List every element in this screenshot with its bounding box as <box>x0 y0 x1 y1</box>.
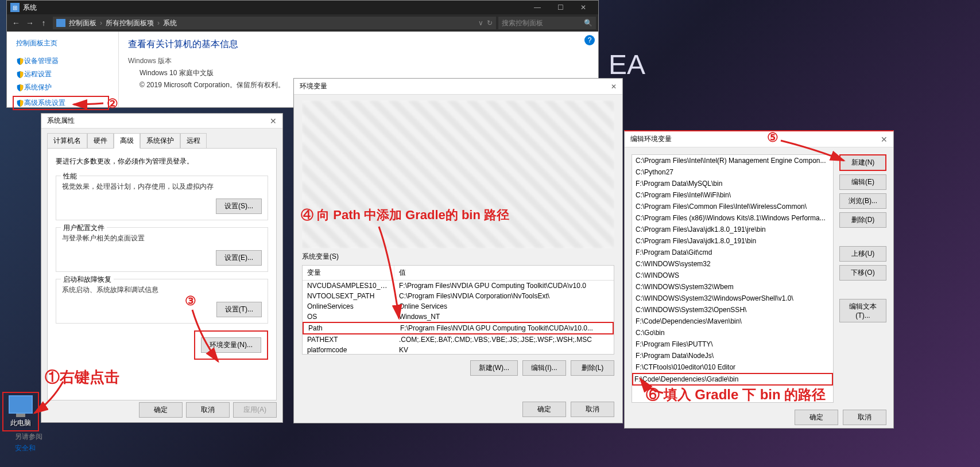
env-delete-button[interactable]: 删除(L) <box>571 360 614 376</box>
path-item-editing-highlight: F:\Code\Dependencies\Gradle\bin <box>632 373 833 386</box>
env-row[interactable]: OSWindows_NT <box>303 312 614 322</box>
env-button-highlight: 环境变量(N)... <box>194 330 268 360</box>
env-hdr-value[interactable]: 值 <box>394 266 614 280</box>
path-item[interactable]: C:\WINDOWS\system32 <box>632 258 833 270</box>
edit-path-list[interactable]: C:\Program Files\Intel\Intel(R) Manageme… <box>632 154 834 403</box>
system-titlebar: ⊞ 系统 — ☐ ✕ <box>7 1 598 14</box>
help-icon[interactable]: ? <box>584 35 595 45</box>
env-edit-button[interactable]: 编辑(I)... <box>522 360 566 376</box>
maximize-button[interactable]: ☐ <box>549 3 572 11</box>
env-user-vars-blurred <box>302 100 614 248</box>
edit-text-button[interactable]: 编辑文本(T)... <box>839 299 886 322</box>
breadcrumb-current[interactable]: 系统 <box>163 18 177 28</box>
path-item[interactable]: C:\Program Files\Common Files\Intel\Wire… <box>632 201 833 212</box>
path-item[interactable]: C:\WINDOWS\System32\Wbem <box>632 281 833 293</box>
background-app-text: EA <box>609 49 645 80</box>
sp-admin-note: 要进行大多数更改，你必须作为管理员登录。 <box>56 157 268 166</box>
path-item[interactable]: F:\Code\Dependencies\Maven\bin\ <box>632 316 833 327</box>
edit-browse-button[interactable]: 浏览(B)... <box>839 193 886 209</box>
back-button[interactable]: ← <box>9 18 23 28</box>
sp-group-desc: 系统启动、系统故障和调试信息 <box>62 285 262 295</box>
sp-apply-button[interactable]: 应用(A) <box>233 402 277 418</box>
path-item[interactable]: F:\CTFtools\010editor\010 Editor <box>632 361 833 373</box>
path-item[interactable]: C:\Program Files\Java\jdk1.8.0_191\bin <box>632 235 833 247</box>
sp-group-desc: 与登录帐户相关的桌面设置 <box>62 234 262 243</box>
sidebar-home[interactable]: 控制面板主页 <box>16 38 109 48</box>
path-item[interactable]: C:\Program Files\Intel\Intel(R) Manageme… <box>632 155 833 166</box>
sidebar-protection[interactable]: 系统保护 <box>16 83 109 92</box>
shield-icon <box>16 57 24 65</box>
edit-cancel-button[interactable]: 取消 <box>843 410 886 425</box>
minimize-button[interactable]: — <box>526 3 549 11</box>
env-row[interactable]: OnlineServicesOnline Services <box>303 301 614 312</box>
address-bar[interactable]: 控制面板 › 所有控制面板项 › 系统 ∨ ↻ <box>53 17 496 29</box>
env-cancel-button[interactable]: 取消 <box>571 402 614 417</box>
env-table-header: 变量 值 <box>303 266 614 281</box>
path-item[interactable]: F:\Program Data\MySQL\bin <box>632 178 833 189</box>
edit-down-button[interactable]: 下移(O) <box>839 265 886 281</box>
path-item[interactable]: F:\Program Files\PUTTY\ <box>632 338 833 350</box>
search-placeholder: 搜索控制面板 <box>502 18 543 28</box>
sp-performance-settings-button[interactable]: 设置(S)... <box>216 199 262 214</box>
close-button[interactable]: ✕ <box>572 3 595 11</box>
sp-ok-button[interactable]: 确定 <box>139 402 183 418</box>
breadcrumb-root[interactable]: 控制面板 <box>69 18 96 28</box>
path-item[interactable]: C:\Program Files\Java\jdk1.8.0_191\jre\b… <box>632 224 833 235</box>
security-link[interactable]: 安全和 <box>15 443 36 453</box>
sp-profiles-settings-button[interactable]: 设置(E)... <box>216 250 262 266</box>
env-footer: 确定 取消 <box>522 402 614 417</box>
edit-new-button[interactable]: 新建(N) <box>839 154 886 171</box>
env-row[interactable]: NVTOOLSEXT_PATHC:\Program Files\NVDIA Co… <box>303 291 614 301</box>
env-ok-button[interactable]: 确定 <box>522 402 566 417</box>
env-title-text: 环境变量 <box>300 81 327 91</box>
edit-buttons: 新建(N) 编辑(E) 浏览(B)... 删除(D) 上移(U) 下移(O) 编… <box>839 154 886 403</box>
path-item[interactable]: C:\WINDOWS\System32\WindowsPowerShell\v1… <box>632 293 833 304</box>
sp-env-variables-button[interactable]: 环境变量(N)... <box>201 337 261 353</box>
sidebar-remote[interactable]: 远程设置 <box>16 69 109 79</box>
path-item[interactable]: C:\Program Files (x86)\Windows Kits\8.1\… <box>632 212 833 224</box>
env-row[interactable]: PathF:\Program Files\NVDIA GPU Computing… <box>303 322 614 334</box>
path-item-editing[interactable]: F:\Code\Dependencies\Gradle\bin <box>634 375 831 383</box>
path-item[interactable]: C:\WINDOWS\System32\OpenSSH\ <box>632 304 833 316</box>
sp-close-button[interactable]: ✕ <box>270 116 277 126</box>
desktop-this-pc-icon[interactable]: 此电脑 <box>2 392 39 431</box>
path-item[interactable]: C:\Go\bin <box>632 327 833 338</box>
env-row[interactable]: platformcodeKV <box>303 345 614 355</box>
env-new-button[interactable]: 新建(W)... <box>470 360 518 376</box>
sidebar-device-manager[interactable]: 设备管理器 <box>16 56 109 66</box>
edit-ok-button[interactable]: 确定 <box>795 410 838 425</box>
env-row[interactable]: NVCUDASAMPLES10_0_FF:\Program Files\NVDI… <box>303 281 614 291</box>
edit-up-button[interactable]: 上移(U) <box>839 246 886 262</box>
main-heading: 查看有关计算机的基本信息 <box>128 38 589 50</box>
env-row[interactable]: PATHEXT.COM;.EXE;.BAT;.CMD;.VBS;.VBE;.JS… <box>303 334 614 345</box>
edit-title-text: 编辑环境变量 <box>630 134 672 144</box>
env-hdr-variable[interactable]: 变量 <box>303 266 394 280</box>
sp-tab-protection[interactable]: 系统保护 <box>140 133 180 149</box>
sp-tab-remote[interactable]: 远程 <box>180 133 207 149</box>
path-item[interactable]: C:\Program Files\Intel\WiFi\bin\ <box>632 189 833 201</box>
sp-group-title: 用户配置文件 <box>61 223 107 233</box>
sp-cancel-button[interactable]: 取消 <box>186 402 230 418</box>
sp-tab-computer-name[interactable]: 计算机名 <box>47 133 87 149</box>
path-item[interactable]: C:\WINDOWS <box>632 270 833 281</box>
version-text: Windows 10 家庭中文版 <box>140 68 589 78</box>
path-item[interactable]: C:\Python27 <box>632 166 833 178</box>
breadcrumb-all[interactable]: 所有控制面板项 <box>106 18 154 28</box>
computer-icon <box>56 19 65 27</box>
sp-titlebar: 系统属性 ✕ <box>41 114 282 129</box>
search-box[interactable]: 搜索控制面板 🔍 <box>498 17 596 29</box>
edit-edit-button[interactable]: 编辑(E) <box>839 174 886 190</box>
path-item[interactable]: F:\Program Data\NodeJs\ <box>632 350 833 361</box>
system-properties-dialog: 系统属性 ✕ 计算机名 硬件 高级 系统保护 远程 要进行大多数更改，你必须作为… <box>41 113 283 423</box>
up-button[interactable]: ↑ <box>37 18 51 28</box>
forward-button[interactable]: → <box>23 18 37 28</box>
sp-startup-settings-button[interactable]: 设置(T)... <box>216 302 262 317</box>
sp-group-user-profiles: 用户配置文件 与登录帐户相关的桌面设置 设置(E)... <box>56 227 268 272</box>
sidebar-advanced[interactable]: 高级系统设置 <box>13 96 109 110</box>
edit-close-button[interactable]: ✕ <box>881 135 888 144</box>
sp-tab-advanced[interactable]: 高级 <box>114 133 140 149</box>
path-item[interactable]: F:\Program Data\Git\cmd <box>632 247 833 258</box>
env-close-button[interactable]: ✕ <box>611 83 617 91</box>
edit-delete-button[interactable]: 删除(D) <box>839 212 886 228</box>
sp-tab-hardware[interactable]: 硬件 <box>87 133 114 149</box>
